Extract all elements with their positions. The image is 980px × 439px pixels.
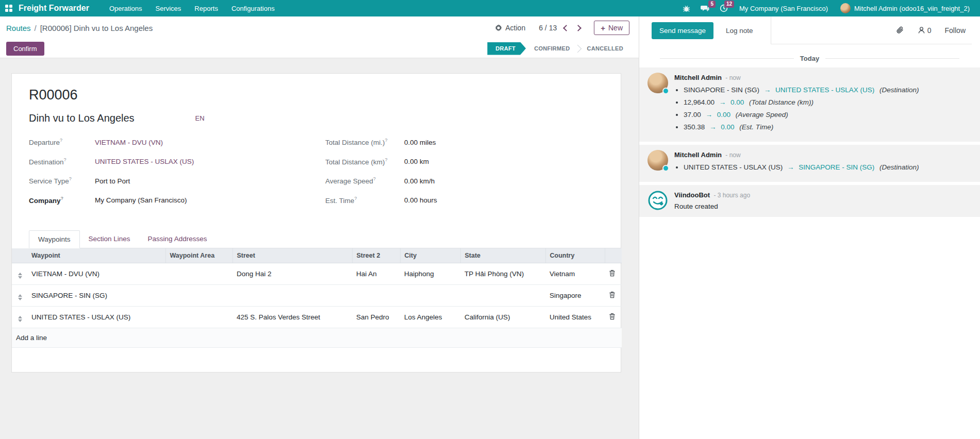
column-header-waypoint-area[interactable]: Waypoint Area xyxy=(165,248,232,263)
field-label: Est. Time? xyxy=(325,196,404,205)
waypoint-cell[interactable]: Hai An xyxy=(352,263,400,284)
column-header-state[interactable]: State xyxy=(460,248,545,263)
column-header-city[interactable]: City xyxy=(400,248,460,263)
debug-icon[interactable] xyxy=(677,0,695,16)
message-time: - now xyxy=(724,74,741,81)
nav-menu-reports[interactable]: Reports xyxy=(188,0,225,16)
pager-next-icon[interactable] xyxy=(575,25,582,31)
drag-handle-icon[interactable] xyxy=(16,273,22,279)
nav-menu-services[interactable]: Services xyxy=(149,0,188,16)
drag-handle-icon[interactable] xyxy=(16,294,22,300)
waypoint-cell[interactable]: TP Hải Phòng (VN) xyxy=(460,263,545,284)
waypoint-cell[interactable] xyxy=(165,284,232,306)
waypoint-cell[interactable] xyxy=(165,306,232,328)
tracking-new-value[interactable]: SINGAPORE - SIN (SG) xyxy=(799,163,874,171)
waypoint-cell[interactable]: Vietnam xyxy=(545,263,605,284)
field-value[interactable]: 0.00 hours xyxy=(404,196,437,204)
waypoint-cell[interactable]: UNITED STATES - USLAX (US) xyxy=(27,306,165,328)
field-value[interactable]: 0.00 km/h xyxy=(404,177,435,185)
field-value[interactable]: VIETNAM - DVU (VN) xyxy=(95,139,163,146)
breadcrumb-routes-link[interactable]: Routes xyxy=(6,24,31,32)
drag-handle-icon[interactable] xyxy=(16,316,22,322)
pager-value[interactable]: 6 / 13 xyxy=(539,24,557,32)
help-marker: ? xyxy=(61,196,64,201)
statusbar: DRAFTCONFIRMEDCANCELLED xyxy=(487,42,632,55)
tab-waypoints[interactable]: Waypoints xyxy=(29,230,80,248)
apps-grid-icon[interactable] xyxy=(5,5,12,12)
tracking-new-value[interactable]: 0.00 xyxy=(717,111,730,119)
log-note-button[interactable]: Log note xyxy=(718,22,761,39)
arrow-right-icon: → xyxy=(701,111,717,119)
waypoint-cell[interactable] xyxy=(352,284,400,306)
trash-icon[interactable] xyxy=(609,269,616,278)
new-record-button[interactable]: + New xyxy=(594,21,629,35)
activities-icon[interactable]: 12 xyxy=(715,0,733,16)
waypoint-cell[interactable] xyxy=(400,284,460,306)
record-reference[interactable]: R00006 xyxy=(29,87,621,103)
add-line-link[interactable]: Add a line xyxy=(12,328,622,347)
waypoint-row[interactable]: UNITED STATES - USLAX (US)425 S. Palos V… xyxy=(12,306,622,328)
waypoint-cell[interactable]: California (US) xyxy=(460,306,545,328)
company-switcher[interactable]: My Company (San Francisco) xyxy=(733,0,834,16)
arrow-right-icon: → xyxy=(705,123,721,131)
waypoint-cell[interactable] xyxy=(232,284,352,306)
waypoint-cell[interactable]: Singapore xyxy=(545,284,605,306)
tracking-new-value[interactable]: 0.00 xyxy=(730,98,744,106)
waypoint-cell[interactable]: VIETNAM - DVU (VN) xyxy=(27,263,165,284)
nav-menu-configurations[interactable]: Configurations xyxy=(225,0,281,16)
field-value[interactable]: 0.00 km xyxy=(404,158,429,165)
status-state-draft[interactable]: DRAFT xyxy=(487,42,526,55)
followers-button[interactable]: 0 xyxy=(918,26,932,35)
waypoint-cell[interactable]: Haiphong xyxy=(400,263,460,284)
waypoint-cell[interactable]: United States xyxy=(545,306,605,328)
record-name[interactable]: Dinh vu to Los Angeles xyxy=(29,112,135,124)
field-label: Total Distance (km)? xyxy=(325,157,404,166)
nav-menu-operations[interactable]: Operations xyxy=(103,0,149,16)
waypoint-row[interactable]: VIETNAM - DVU (VN)Dong Hai 2Hai AnHaipho… xyxy=(12,263,622,284)
tracking-new-value[interactable]: UNITED STATES - USLAX (US) xyxy=(775,86,874,94)
field-column-left: Departure?VIETNAM - DVU (VN)Destination?… xyxy=(29,138,325,215)
waypoint-cell[interactable] xyxy=(460,284,545,306)
waypoint-cell[interactable]: San Pedro xyxy=(352,306,400,328)
column-header-country[interactable]: Country xyxy=(545,248,605,263)
send-message-button[interactable]: Send message xyxy=(652,22,713,39)
tracking-field-name: (Average Speed) xyxy=(734,111,788,119)
column-header-street[interactable]: Street xyxy=(232,248,352,263)
tracking-new-value[interactable]: 0.00 xyxy=(721,123,734,131)
field-value[interactable]: 0.00 miles xyxy=(404,139,436,146)
form-field-row: Destination?UNITED STATES - USLAX (US) xyxy=(29,157,325,166)
row-delete-cell xyxy=(605,306,622,328)
form-sheet: R00006 Dinh vu to Los Angeles EN Departu… xyxy=(11,73,621,373)
tab-section-lines[interactable]: Section Lines xyxy=(80,230,139,248)
trash-icon[interactable] xyxy=(609,313,616,322)
waypoint-row[interactable]: SINGAPORE - SIN (SG)Singapore xyxy=(12,284,622,306)
message-author[interactable]: ViindooBot xyxy=(674,191,710,199)
waypoint-cell[interactable]: 425 S. Palos Verdes Street xyxy=(232,306,352,328)
tracking-value: UNITED STATES - USLAX (US) → SINGAPORE -… xyxy=(684,163,972,171)
field-value[interactable]: UNITED STATES - USLAX (US) xyxy=(95,158,194,165)
action-menu-button[interactable]: Action xyxy=(495,24,525,32)
status-state-cancelled[interactable]: CANCELLED xyxy=(578,42,632,55)
waypoint-cell[interactable] xyxy=(165,263,232,284)
status-state-confirmed[interactable]: CONFIRMED xyxy=(526,42,578,55)
tab-passing-addresses[interactable]: Passing Addresses xyxy=(139,230,216,248)
message-author[interactable]: Mitchell Admin xyxy=(674,151,722,159)
breadcrumb-separator: / xyxy=(35,24,37,32)
column-header-street-2[interactable]: Street 2 xyxy=(352,248,400,263)
confirm-button[interactable]: Confirm xyxy=(6,42,44,56)
column-header-waypoint[interactable]: Waypoint xyxy=(27,248,165,263)
waypoint-cell[interactable]: Los Angeles xyxy=(400,306,460,328)
message-author[interactable]: Mitchell Admin xyxy=(674,74,722,81)
waypoint-cell[interactable]: Dong Hai 2 xyxy=(232,263,352,284)
app-name[interactable]: Freight Forwarder xyxy=(19,4,89,13)
translation-language-tag[interactable]: EN xyxy=(195,114,205,122)
field-value[interactable]: My Company (San Francisco) xyxy=(95,196,187,204)
messages-icon[interactable]: 5 xyxy=(695,0,715,16)
user-menu[interactable]: Mitchell Admin (odoo16_viin_freight_2) xyxy=(834,0,976,16)
pager-previous-icon[interactable] xyxy=(563,25,570,31)
waypoint-cell[interactable]: SINGAPORE - SIN (SG) xyxy=(27,284,165,306)
field-value[interactable]: Port to Port xyxy=(95,177,130,185)
trash-icon[interactable] xyxy=(609,291,616,300)
follow-button[interactable]: Follow xyxy=(945,26,966,35)
attach-files-button[interactable] xyxy=(896,26,904,35)
